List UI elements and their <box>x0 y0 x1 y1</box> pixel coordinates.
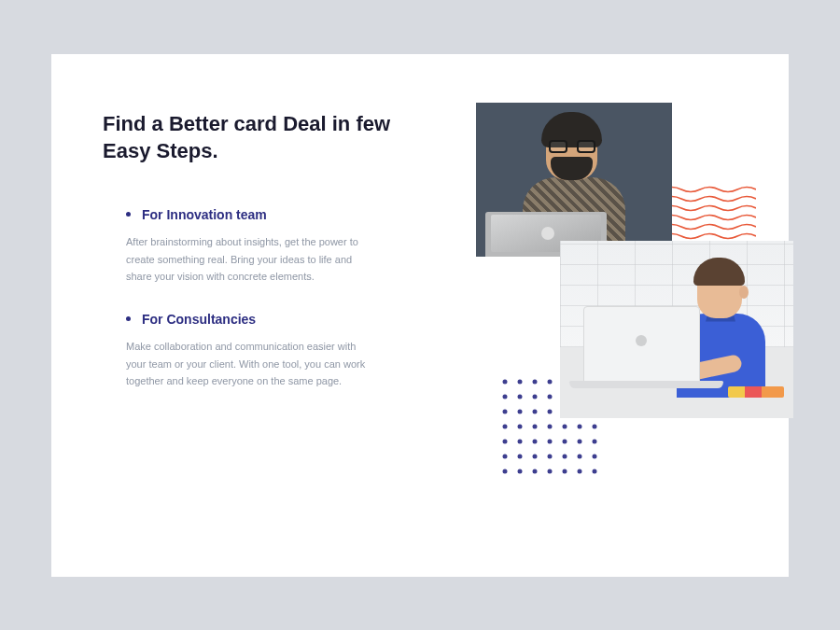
svg-point-43 <box>518 469 523 473</box>
svg-point-25 <box>563 424 567 428</box>
feature-title: For Innovation team <box>142 207 267 222</box>
svg-point-1 <box>518 379 523 384</box>
feature-title: For Consultancies <box>142 312 256 327</box>
feature-item: For Consultancies Make collaboration and… <box>103 312 420 390</box>
text-column: Find a Better card Deal in few Easy Step… <box>103 110 420 521</box>
bullet-icon <box>126 212 131 217</box>
svg-point-42 <box>503 469 508 473</box>
feature-body: After brainstorming about insights, get … <box>126 233 378 286</box>
bullet-icon <box>126 316 131 321</box>
image-collage <box>448 110 737 502</box>
svg-point-39 <box>563 454 567 458</box>
svg-point-16 <box>533 409 538 413</box>
svg-point-41 <box>593 454 597 458</box>
svg-point-8 <box>518 394 523 399</box>
svg-point-30 <box>533 439 538 443</box>
page-title: Find a Better card Deal in few Easy Step… <box>103 110 420 165</box>
svg-point-26 <box>578 424 582 428</box>
svg-point-28 <box>503 439 508 443</box>
svg-point-47 <box>578 469 582 473</box>
photo-bottom <box>560 241 793 418</box>
svg-point-44 <box>533 469 538 473</box>
svg-point-0 <box>503 379 508 384</box>
svg-point-21 <box>503 424 508 428</box>
svg-point-10 <box>548 394 553 399</box>
feature-item: For Innovation team After brainstorming … <box>103 207 420 286</box>
svg-point-33 <box>578 439 582 443</box>
svg-point-2 <box>533 379 538 384</box>
svg-point-34 <box>593 439 597 443</box>
svg-point-23 <box>533 424 538 428</box>
svg-point-38 <box>548 454 553 458</box>
svg-point-31 <box>548 439 553 443</box>
feature-header: For Consultancies <box>126 312 420 327</box>
svg-point-17 <box>548 409 553 413</box>
svg-point-7 <box>503 394 508 399</box>
feature-header: For Innovation team <box>126 207 420 222</box>
svg-point-3 <box>548 379 553 384</box>
svg-point-14 <box>503 409 508 413</box>
svg-point-48 <box>593 469 597 473</box>
svg-point-29 <box>518 439 523 443</box>
svg-point-22 <box>518 424 523 428</box>
svg-point-15 <box>518 409 523 413</box>
photo-top <box>476 103 672 257</box>
svg-point-35 <box>503 454 508 458</box>
svg-point-32 <box>563 439 567 443</box>
svg-point-36 <box>518 454 523 458</box>
svg-point-37 <box>533 454 538 458</box>
svg-point-27 <box>593 424 597 428</box>
svg-point-46 <box>563 469 567 473</box>
content-card: Find a Better card Deal in few Easy Step… <box>51 54 789 577</box>
svg-point-24 <box>548 424 553 428</box>
svg-point-40 <box>578 454 582 458</box>
feature-body: Make collaboration and communication eas… <box>126 338 378 390</box>
svg-point-45 <box>548 469 553 473</box>
svg-point-9 <box>533 394 538 399</box>
